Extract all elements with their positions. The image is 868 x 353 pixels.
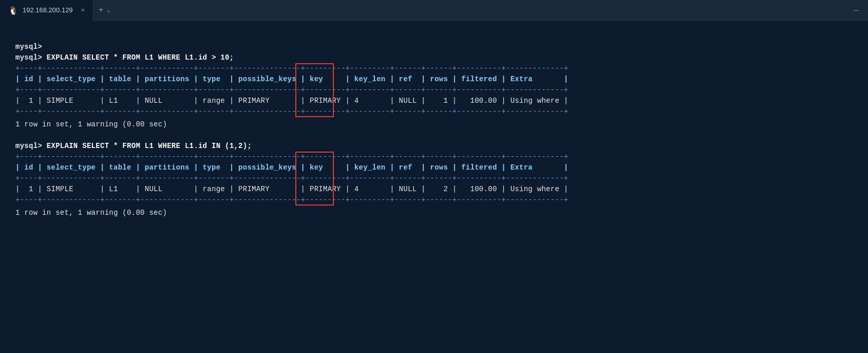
new-tab-button[interactable]: + bbox=[99, 6, 104, 15]
blank-line-2 bbox=[15, 130, 853, 141]
titlebar: 🐧 192.168.200.129 ✕ + ⌄ — bbox=[0, 0, 868, 21]
command-line-1: mysql> EXPLAIN SELECT * FROM L1 WHERE L1… bbox=[15, 52, 853, 63]
sql-command-2: EXPLAIN SELECT * FROM L1 WHERE L1.id IN … bbox=[42, 142, 252, 150]
terminal-area[interactable]: mysql> mysql> EXPLAIN SELECT * FROM L1 W… bbox=[0, 21, 868, 353]
tab-list-chevron[interactable]: ⌄ bbox=[106, 6, 110, 14]
mysql-prompt-2: mysql> bbox=[15, 53, 42, 62]
sep-line-2b: +----+-------------+-------+------------… bbox=[15, 173, 853, 184]
result-line-1: 1 row in set, 1 warning (0.00 sec) bbox=[15, 119, 853, 130]
tab-title: 192.168.200.129 bbox=[23, 6, 73, 14]
tab-add-area: + ⌄ bbox=[93, 0, 116, 21]
data-line-2: | 1 | SIMPLE | L1 | NULL | range | PRIMA… bbox=[15, 184, 853, 195]
sep-line-1a: +----+-------------+-------+------------… bbox=[15, 63, 853, 74]
tab-close-button[interactable]: ✕ bbox=[81, 6, 85, 14]
command-line-2: mysql> EXPLAIN SELECT * FROM L1 WHERE L1… bbox=[15, 141, 853, 152]
sep-line-1b: +----+-------------+-------+------------… bbox=[15, 85, 853, 96]
mysql-prompt-1: mysql> bbox=[15, 43, 42, 51]
sep-line-2c: +----+-------------+-------+------------… bbox=[15, 195, 853, 206]
terminal-content: mysql> mysql> EXPLAIN SELECT * FROM L1 W… bbox=[15, 31, 853, 218]
minimize-button[interactable]: — bbox=[844, 0, 868, 21]
data-line-1: | 1 | SIMPLE | L1 | NULL | range | PRIMA… bbox=[15, 96, 853, 106]
sep-line-1c: +----+-------------+-------+------------… bbox=[15, 106, 853, 117]
explain-table-2: +----+-------------+-------+------------… bbox=[15, 152, 853, 206]
prompt-line: mysql> bbox=[15, 42, 853, 52]
result-line-2: 1 row in set, 1 warning (0.00 sec) bbox=[15, 208, 853, 218]
header-line-2: | id | select_type | table | partitions … bbox=[15, 162, 853, 173]
blank-line-1 bbox=[15, 31, 853, 42]
sep-line-2a: +----+-------------+-------+------------… bbox=[15, 152, 853, 162]
header-line-1: | id | select_type | table | partitions … bbox=[15, 74, 853, 85]
sql-command-1: EXPLAIN SELECT * FROM L1 WHERE L1.id > 1… bbox=[42, 53, 234, 62]
active-tab[interactable]: 🐧 192.168.200.129 ✕ bbox=[0, 0, 93, 21]
explain-table-1: +----+-------------+-------+------------… bbox=[15, 63, 853, 117]
linux-icon: 🐧 bbox=[8, 6, 17, 15]
mysql-prompt-3: mysql> bbox=[15, 142, 42, 150]
